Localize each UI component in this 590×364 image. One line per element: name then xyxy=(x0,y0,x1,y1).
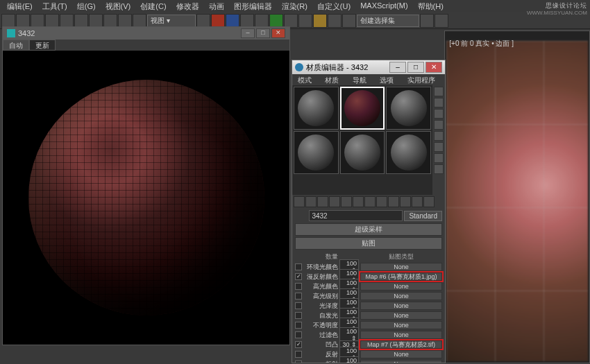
map-amount-input[interactable]: 100 ⇕ xyxy=(339,356,359,363)
preview-button[interactable] xyxy=(434,142,444,152)
slot-5[interactable] xyxy=(340,131,385,174)
slot-6[interactable] xyxy=(386,131,431,174)
sample-type-button[interactable] xyxy=(434,87,444,96)
backlight-button[interactable] xyxy=(434,98,444,107)
schematic-button[interactable] xyxy=(328,14,342,28)
map-slot-button[interactable]: None xyxy=(360,350,442,358)
get-material-button[interactable] xyxy=(294,196,305,207)
menu-tools[interactable]: 工具(T) xyxy=(38,1,71,11)
material-type-button[interactable]: Standard xyxy=(404,211,442,221)
slot-2[interactable] xyxy=(340,87,385,130)
slot-1[interactable] xyxy=(294,87,339,130)
me-menu-mode[interactable]: 模式(D) xyxy=(295,76,321,84)
map-slot-button[interactable]: None xyxy=(360,263,442,271)
map-slot-button[interactable]: None xyxy=(360,360,442,363)
meditor-maximize-button[interactable]: □ xyxy=(407,62,424,73)
rollout-maps[interactable]: 贴图 xyxy=(295,237,442,250)
map-slot-button[interactable]: None xyxy=(360,302,442,310)
map-checkbox[interactable] xyxy=(295,302,302,309)
pick-material-button[interactable] xyxy=(295,211,301,220)
render-button[interactable] xyxy=(435,14,448,28)
me-menu-options[interactable]: 选项(O) xyxy=(377,76,403,84)
menu-maxscript[interactable]: MAXScript(M) xyxy=(356,1,412,11)
menu-render[interactable]: 渲染(R) xyxy=(278,1,312,11)
background-viewport[interactable] xyxy=(444,31,590,363)
go-forward-button[interactable] xyxy=(423,196,435,207)
select-by-mat-button[interactable] xyxy=(434,164,444,174)
map-checkbox[interactable] xyxy=(295,312,302,319)
meditor-titlebar[interactable]: 材质编辑器 - 3432 – □ ✕ xyxy=(292,60,445,74)
me-menu-util[interactable]: 实用程序(U) xyxy=(405,76,442,84)
map-checkbox[interactable] xyxy=(295,331,302,338)
make-copy-button[interactable] xyxy=(341,196,352,207)
map-slot-button[interactable]: Map #6 (马赛克材质1.jpg) xyxy=(360,272,442,281)
menu-grapheditors[interactable]: 图形编辑器 xyxy=(230,1,276,11)
slot-4[interactable] xyxy=(294,131,339,174)
reset-button[interactable] xyxy=(329,196,340,207)
refcoord-dropdown[interactable]: 视图 ▾ xyxy=(147,15,196,27)
meditor-close-button[interactable]: ✕ xyxy=(425,62,442,73)
menu-edit[interactable]: 编辑(E) xyxy=(3,1,37,11)
options-button[interactable] xyxy=(434,153,444,163)
scale-button[interactable] xyxy=(133,14,146,28)
map-slot-button[interactable]: None xyxy=(360,282,442,291)
menu-group[interactable]: 组(G) xyxy=(73,1,100,11)
show-end-button[interactable] xyxy=(400,196,411,207)
menu-animation[interactable]: 动画 xyxy=(205,1,228,11)
map-slot-button[interactable]: None xyxy=(360,292,442,300)
unlink-button[interactable] xyxy=(45,14,59,28)
map-checkbox[interactable] xyxy=(295,322,302,329)
undo-button[interactable] xyxy=(1,14,15,28)
video-check-button[interactable] xyxy=(434,131,444,141)
rollout-supersampling[interactable]: 超级采样 xyxy=(295,223,442,236)
menu-modifiers[interactable]: 修改器 xyxy=(172,1,203,11)
assign-to-sel-button[interactable] xyxy=(317,196,328,207)
map-slot-button[interactable]: None xyxy=(360,321,442,329)
meditor-minimize-button[interactable]: – xyxy=(389,62,406,73)
curve-editor-button[interactable] xyxy=(313,14,327,28)
preview-titlebar[interactable]: 3432 – □ ✕ xyxy=(3,27,289,40)
select-region-button[interactable] xyxy=(89,14,103,28)
render-setup-button[interactable] xyxy=(420,14,434,28)
menu-customize[interactable]: 自定义(U) xyxy=(313,1,355,11)
me-menu-material[interactable]: 材质(M) xyxy=(322,76,348,84)
menu-create[interactable]: 创建(C) xyxy=(136,1,170,11)
me-menu-nav[interactable]: 导航(N) xyxy=(350,76,376,84)
eyedropper-icon[interactable] xyxy=(302,211,307,220)
tab-auto[interactable]: 自动 xyxy=(3,40,29,51)
close-button[interactable]: ✕ xyxy=(271,28,285,38)
tab-update[interactable]: 更新 xyxy=(29,40,56,51)
put-to-lib-button[interactable] xyxy=(364,196,376,207)
make-unique-button[interactable] xyxy=(353,196,364,207)
pivot-button[interactable] xyxy=(196,14,210,28)
slot-3[interactable] xyxy=(386,87,431,130)
map-checkbox[interactable] xyxy=(295,283,302,290)
map-checkbox[interactable] xyxy=(295,293,302,300)
menu-help[interactable]: 帮助(H) xyxy=(414,1,448,11)
go-parent-button[interactable] xyxy=(412,196,423,207)
angle-snap-button[interactable] xyxy=(226,14,239,28)
select-name-button[interactable] xyxy=(74,14,88,28)
mirror-button[interactable] xyxy=(269,14,283,28)
map-slot-button[interactable]: Map #7 (马赛克材质2.tif) xyxy=(360,340,442,349)
link-button[interactable] xyxy=(31,14,44,28)
put-to-scene-button[interactable] xyxy=(305,196,317,207)
map-checkbox[interactable] xyxy=(295,263,302,270)
material-editor-button[interactable] xyxy=(342,14,356,28)
map-checkbox[interactable] xyxy=(295,351,302,358)
selection-set-dropdown[interactable]: 创建选择集 xyxy=(357,15,419,27)
percent-snap-button[interactable] xyxy=(240,14,254,28)
map-checkbox[interactable]: ✓ xyxy=(295,273,302,280)
maximize-button[interactable]: □ xyxy=(256,28,270,38)
map-checkbox[interactable] xyxy=(295,361,302,363)
material-name-input[interactable] xyxy=(309,210,403,221)
spinner-snap-button[interactable] xyxy=(255,14,269,28)
background-button[interactable] xyxy=(434,109,444,119)
viewport-label[interactable]: [+0 前 0 真实 • 边面 ] xyxy=(449,39,514,49)
map-slot-button[interactable]: None xyxy=(360,311,442,320)
select-button[interactable] xyxy=(60,14,74,28)
snap-toggle-button[interactable] xyxy=(211,14,225,28)
menu-view[interactable]: 视图(V) xyxy=(101,1,135,11)
map-slot-button[interactable]: None xyxy=(360,331,442,339)
preview-canvas[interactable] xyxy=(3,51,289,345)
